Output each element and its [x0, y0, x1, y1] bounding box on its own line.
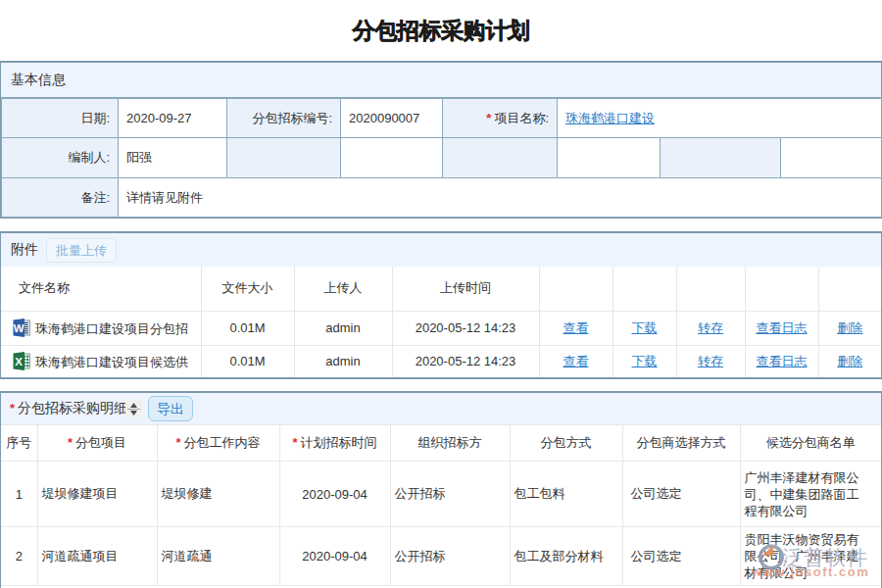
- svg-text:X: X: [15, 355, 23, 367]
- svg-text:W: W: [14, 321, 24, 333]
